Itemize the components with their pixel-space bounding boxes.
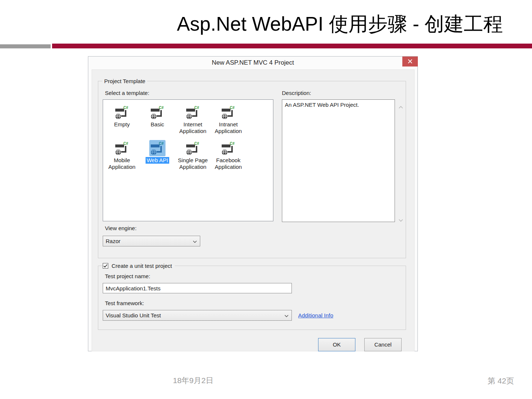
template-item-single-page-application[interactable]: C# Single Page Application bbox=[175, 140, 211, 173]
svg-text:C#: C# bbox=[194, 141, 199, 146]
create-unit-test-checkbox[interactable] bbox=[103, 263, 108, 269]
title-divider-red bbox=[52, 44, 532, 48]
svg-text:C#: C# bbox=[123, 141, 128, 146]
create-unit-test-label: Create a unit test project bbox=[112, 263, 172, 269]
csharp-web-project-icon: C# bbox=[114, 140, 130, 156]
new-project-dialog: New ASP.NET MVC 4 Project Project Templa… bbox=[88, 56, 418, 351]
csharp-web-project-icon: C# bbox=[149, 140, 166, 156]
view-engine-dropdown[interactable]: Razor bbox=[103, 236, 200, 246]
template-label: Intranet Application bbox=[211, 121, 246, 134]
template-label: Single Page Application bbox=[175, 157, 211, 170]
description-text: An ASP.NET Web API Project. bbox=[285, 102, 359, 108]
description-label: Description: bbox=[282, 90, 311, 96]
template-item-internet-application[interactable]: C# Internet Application bbox=[175, 104, 211, 137]
svg-text:C#: C# bbox=[159, 106, 164, 110]
footer-page-number: 第 42页 bbox=[488, 376, 514, 386]
template-label: Basic bbox=[150, 121, 166, 128]
template-label: Empty bbox=[113, 121, 131, 128]
svg-text:C#: C# bbox=[230, 106, 235, 110]
ok-button[interactable]: OK bbox=[318, 338, 355, 351]
csharp-web-project-icon: C# bbox=[185, 140, 201, 156]
test-framework-value: Visual Studio Unit Test bbox=[106, 312, 161, 318]
svg-text:C#: C# bbox=[159, 141, 164, 146]
csharp-web-project-icon: C# bbox=[185, 104, 201, 120]
template-label: Facebook Application bbox=[211, 157, 246, 170]
test-framework-label: Test framework: bbox=[105, 300, 144, 306]
chevron-down-icon bbox=[284, 312, 289, 318]
svg-text:C#: C# bbox=[194, 106, 199, 110]
test-framework-dropdown[interactable]: Visual Studio Unit Test bbox=[103, 310, 292, 321]
template-label: Internet Application bbox=[175, 121, 211, 134]
template-item-intranet-application[interactable]: C# Intranet Application bbox=[211, 104, 246, 137]
project-template-legend: Project Template bbox=[102, 78, 147, 85]
template-list[interactable]: C# Empty C# Basic bbox=[103, 99, 273, 221]
description-box: An ASP.NET Web API Project. bbox=[282, 99, 395, 222]
template-item-facebook-application[interactable]: C# Facebook Application bbox=[211, 140, 246, 173]
checkmark-icon bbox=[103, 263, 108, 269]
view-engine-label: View engine: bbox=[105, 225, 137, 231]
template-label: Web API bbox=[146, 157, 169, 164]
chevron-down-icon bbox=[193, 238, 197, 244]
close-icon bbox=[408, 58, 412, 65]
template-item-mobile-application[interactable]: C# Mobile Application bbox=[104, 140, 140, 173]
close-button[interactable] bbox=[402, 57, 418, 66]
dialog-title: New ASP.NET MVC 4 Project bbox=[88, 57, 417, 69]
cancel-button[interactable]: Cancel bbox=[364, 338, 402, 351]
additional-info-link[interactable]: Additional Info bbox=[298, 312, 333, 318]
template-item-basic[interactable]: C# Basic bbox=[140, 104, 175, 137]
csharp-web-project-icon: C# bbox=[220, 104, 236, 120]
svg-text:C#: C# bbox=[230, 141, 235, 146]
template-item-web-api[interactable]: C# Web API bbox=[140, 140, 175, 173]
template-item-empty[interactable]: C# Empty bbox=[104, 104, 140, 137]
scroll-down-icon[interactable] bbox=[398, 217, 404, 221]
test-project-name-input[interactable] bbox=[103, 283, 292, 293]
csharp-web-project-icon: C# bbox=[220, 140, 236, 156]
create-unit-test-row[interactable]: Create a unit test project bbox=[103, 262, 175, 269]
page-title: Asp.Net WebAPI 使用步骤 - 创建工程 bbox=[148, 11, 532, 38]
svg-text:C#: C# bbox=[123, 106, 128, 110]
csharp-web-project-icon: C# bbox=[149, 104, 166, 120]
test-project-name-label: Test project name: bbox=[105, 273, 150, 279]
template-label: Mobile Application bbox=[104, 157, 140, 170]
scroll-up-icon[interactable] bbox=[398, 104, 404, 108]
title-divider-gray bbox=[0, 44, 51, 48]
footer-date: 18年9月2日 bbox=[173, 375, 214, 386]
csharp-web-project-icon: C# bbox=[114, 104, 130, 120]
view-engine-value: Razor bbox=[106, 238, 120, 244]
select-template-label: Select a template: bbox=[105, 90, 149, 96]
